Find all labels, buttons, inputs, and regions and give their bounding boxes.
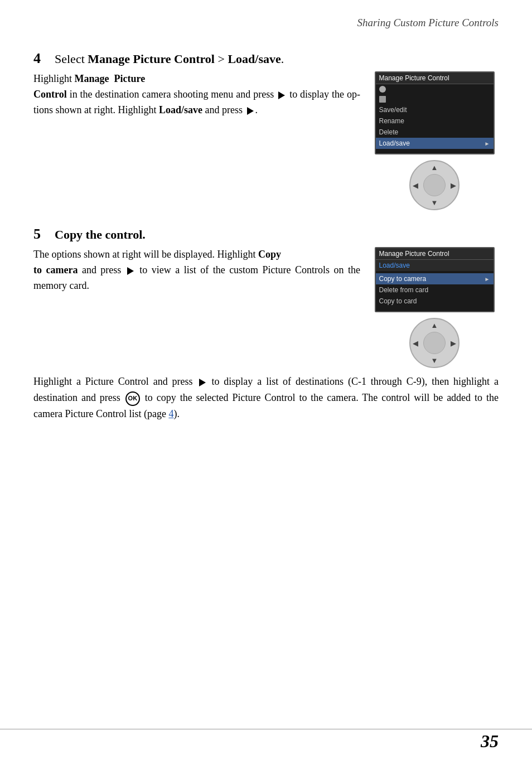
- bottom-rule: [0, 729, 532, 729]
- step-4-text-in: in the destination camera shooting menu …: [33, 89, 360, 115]
- step-4-number: 4: [33, 50, 47, 67]
- dpad-left-arrow: ◀: [413, 181, 418, 190]
- screen-arrow-icon: ►: [485, 141, 490, 147]
- step-4-screen: Manage Picture Control Save/edit Rename …: [375, 71, 495, 154]
- screen-bottom-pad2: [376, 307, 494, 311]
- screen-icon-row-2: [376, 94, 494, 104]
- triangle-right-icon: [278, 91, 285, 99]
- step-4-content: Highlight Manage PictureControl in the d…: [33, 71, 499, 210]
- dpad-up-arrow: ▲: [431, 163, 438, 172]
- step-5-title-bold: Copy the control.: [55, 228, 146, 241]
- screen-save-edit: Save/edit: [376, 104, 494, 115]
- step-5-loadsave-row: Load/save: [376, 260, 494, 271]
- screen-loadsave-highlighted: Load/save ►: [376, 138, 494, 149]
- dpad-inner-5: [423, 332, 446, 354]
- step-5-number: 5: [33, 226, 47, 243]
- step-5-content: The options shown at right will be displ…: [33, 247, 499, 368]
- screen-bottom-pad: [376, 149, 494, 153]
- step-5-screen: Manage Picture Control Load/save Copy to…: [375, 247, 495, 312]
- cam-icon: [379, 86, 386, 93]
- page-container: Sharing Custom Picture Controls 4 Select…: [0, 0, 532, 774]
- step-4-loadsave-bold: Load/save: [159, 104, 202, 115]
- triangle-right-icon-3: [127, 267, 134, 275]
- step-5-camera-ui: Manage Picture Control Load/save Copy to…: [370, 247, 499, 368]
- dpad-inner: [423, 174, 446, 196]
- triangle-right-icon-2: [247, 107, 254, 115]
- step-4: 4 Select Manage Picture Control > Load/s…: [33, 50, 499, 210]
- step-5-full-paragraph: Highlight a Picture Control and press to…: [33, 374, 499, 422]
- step-4-title-suffix: .: [281, 52, 284, 66]
- step-5-header: 5 Copy the control.: [33, 226, 499, 243]
- para-text-1: Highlight a Picture Control and press to…: [33, 376, 499, 419]
- step-4-camera-ui: Manage Picture Control Save/edit Rename …: [370, 71, 499, 210]
- step-4-screen-title: Manage Picture Control: [376, 72, 494, 84]
- screen-icon-row-1: [376, 84, 494, 94]
- step-4-header: 4 Select Manage Picture Control > Load/s…: [33, 50, 499, 67]
- dpad-down-arrow: ▼: [431, 199, 438, 207]
- page-number: 35: [481, 731, 499, 752]
- step-4-title-bold1: Manage Picture Control: [88, 52, 215, 66]
- step-5-title: Copy the control.: [55, 228, 146, 242]
- step-5: 5 Copy the control. The options shown at…: [33, 226, 499, 422]
- dpad-circle: ▲ ▼ ◀ ▶: [409, 160, 460, 210]
- step-4-text: Highlight Manage PictureControl in the d…: [33, 71, 360, 118]
- dpad-right-arrow: ▶: [451, 181, 456, 190]
- triangle-right-icon-4: [199, 379, 206, 386]
- step-5-screen-title: Manage Picture Control: [376, 248, 494, 260]
- step-5-arrow-icon: ►: [485, 276, 490, 282]
- screen-delete: Delete: [376, 127, 494, 138]
- step-5-text: The options shown at right will be displ…: [33, 247, 360, 294]
- step-4-text-highlight: Highlight: [33, 73, 75, 84]
- step-5-copy-to-card: Copy to card: [376, 296, 494, 307]
- dpad-down-5: ▼: [431, 356, 438, 365]
- dpad-circle-5: ▲ ▼ ◀ ▶: [409, 318, 460, 368]
- step-4-title-prefix: Select: [55, 52, 88, 66]
- step-4-title: Select Manage Picture Control > Load/sav…: [55, 52, 284, 66]
- step-5-copy-to-camera: Copy to camera ►: [376, 273, 494, 284]
- dpad-left-5: ◀: [413, 339, 418, 347]
- step-4-title-sep: >: [215, 52, 228, 66]
- step-4-title-bold2: Load/save: [228, 52, 280, 66]
- page-header-title: Sharing Custom Picture Controls: [33, 17, 499, 35]
- dpad-up-5: ▲: [431, 321, 438, 330]
- page-link[interactable]: 4: [168, 408, 173, 419]
- pencil-icon: [379, 96, 386, 103]
- step-5-delete-from-card: Delete from card: [376, 284, 494, 296]
- screen-rename: Rename: [376, 115, 494, 127]
- ok-button-icon: OK: [125, 391, 140, 406]
- dpad-right-5: ▶: [451, 339, 456, 347]
- step-5-dpad: ▲ ▼ ◀ ▶: [409, 318, 460, 368]
- step-4-dpad: ▲ ▼ ◀ ▶: [409, 160, 460, 210]
- step-5-intro: The options shown at right will be displ…: [33, 249, 258, 260]
- step-5-and-press: and press to view a list of the custom P…: [33, 264, 360, 291]
